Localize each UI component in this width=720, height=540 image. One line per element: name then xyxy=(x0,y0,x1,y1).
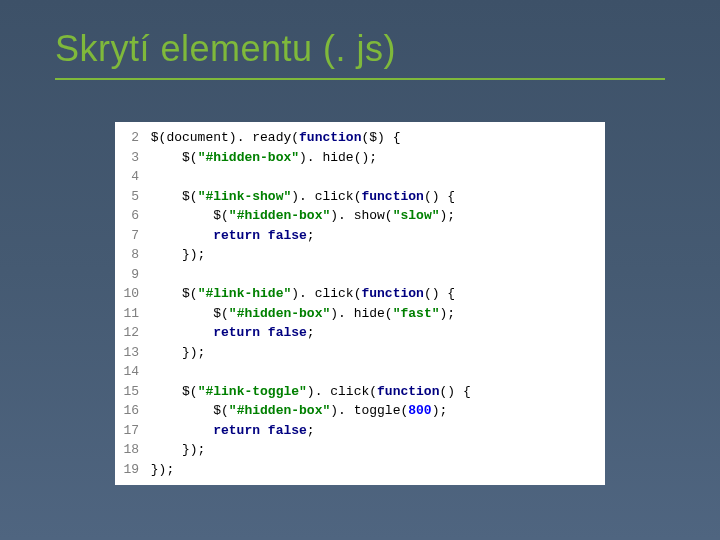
code-line: 17 return false; xyxy=(115,421,605,441)
code-line: 2 $(document). ready(function($) { xyxy=(115,128,605,148)
code-text: }); xyxy=(143,440,205,460)
line-number: 14 xyxy=(115,362,143,382)
code-line: 12 return false; xyxy=(115,323,605,343)
code-line: 11 $("#hidden-box"). hide("fast"); xyxy=(115,304,605,324)
code-text: $("#hidden-box"). hide(); xyxy=(143,148,377,168)
code-text xyxy=(143,362,159,382)
slide-title: Skrytí elementu (. js) xyxy=(55,28,665,80)
code-text: return false; xyxy=(143,226,315,246)
line-number: 16 xyxy=(115,401,143,421)
line-number: 9 xyxy=(115,265,143,285)
code-line: 16 $("#hidden-box"). toggle(800); xyxy=(115,401,605,421)
code-text: }); xyxy=(143,245,205,265)
code-block: 2 $(document). ready(function($) {3 $("#… xyxy=(115,122,605,485)
code-text: return false; xyxy=(143,323,315,343)
slide: Skrytí elementu (. js) 2 $(document). re… xyxy=(0,0,720,540)
code-line: 14 xyxy=(115,362,605,382)
code-text: return false; xyxy=(143,421,315,441)
code-line: 9 xyxy=(115,265,605,285)
code-text: $("#hidden-box"). show("slow"); xyxy=(143,206,455,226)
code-text: $("#link-show"). click(function() { xyxy=(143,187,455,207)
code-text: $("#hidden-box"). hide("fast"); xyxy=(143,304,455,324)
line-number: 13 xyxy=(115,343,143,363)
code-text: $("#link-hide"). click(function() { xyxy=(143,284,455,304)
code-text: $(document). ready(function($) { xyxy=(143,128,400,148)
code-line: 5 $("#link-show"). click(function() { xyxy=(115,187,605,207)
line-number: 4 xyxy=(115,167,143,187)
code-text xyxy=(143,265,159,285)
code-line: 7 return false; xyxy=(115,226,605,246)
line-number: 17 xyxy=(115,421,143,441)
code-line: 10 $("#link-hide"). click(function() { xyxy=(115,284,605,304)
code-text: $("#hidden-box"). toggle(800); xyxy=(143,401,447,421)
code-text: }); xyxy=(143,460,174,480)
code-text xyxy=(143,167,159,187)
code-line: 3 $("#hidden-box"). hide(); xyxy=(115,148,605,168)
code-line: 19 }); xyxy=(115,460,605,480)
line-number: 8 xyxy=(115,245,143,265)
line-number: 15 xyxy=(115,382,143,402)
code-line: 15 $("#link-toggle"). click(function() { xyxy=(115,382,605,402)
line-number: 3 xyxy=(115,148,143,168)
line-number: 19 xyxy=(115,460,143,480)
line-number: 11 xyxy=(115,304,143,324)
code-line: 6 $("#hidden-box"). show("slow"); xyxy=(115,206,605,226)
code-text: }); xyxy=(143,343,205,363)
code-line: 18 }); xyxy=(115,440,605,460)
line-number: 18 xyxy=(115,440,143,460)
line-number: 2 xyxy=(115,128,143,148)
line-number: 10 xyxy=(115,284,143,304)
line-number: 7 xyxy=(115,226,143,246)
line-number: 6 xyxy=(115,206,143,226)
code-line: 8 }); xyxy=(115,245,605,265)
line-number: 5 xyxy=(115,187,143,207)
line-number: 12 xyxy=(115,323,143,343)
code-line: 13 }); xyxy=(115,343,605,363)
code-text: $("#link-toggle"). click(function() { xyxy=(143,382,471,402)
code-line: 4 xyxy=(115,167,605,187)
